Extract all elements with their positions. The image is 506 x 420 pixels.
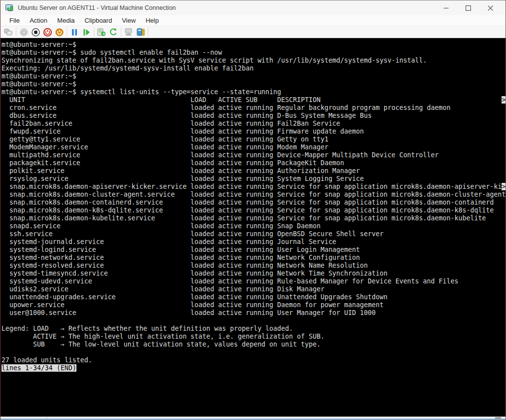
terminal-line: rsyslog.service loaded active running Sy…: [1, 175, 506, 183]
terminal-line: mt@ubuntu-server:~$ systemctl list-units…: [1, 88, 506, 96]
turn-off-icon: [32, 28, 40, 36]
toolbar-separator: [16, 28, 16, 36]
terminal-line: systemd-timesyncd.service loaded active …: [1, 270, 506, 278]
vm-connection-window: Ubuntu Server on AGENT11 - Virtual Machi…: [0, 0, 506, 420]
toolbar-separator: [148, 28, 148, 36]
terminal-line: snap.microk8s.daemon-cluster-agent.servi…: [1, 191, 506, 199]
terminal-line: snap.microk8s.daemon-apiserver-kicker.se…: [1, 183, 506, 191]
terminal-line: [1, 349, 506, 356]
terminal-line: snap.microk8s.daemon-containerd.service …: [1, 199, 506, 207]
remote-computer-button[interactable]: [123, 27, 135, 37]
toolbar-separator: [67, 28, 67, 36]
terminal-line: [1, 317, 506, 325]
terminal-line: upower.service loaded active running Dae…: [1, 301, 506, 309]
terminal-line: fwupd.service loaded active running Firm…: [1, 128, 506, 136]
menu-item-action[interactable]: Action: [25, 16, 52, 25]
enhanced-session-icon: [137, 28, 145, 36]
terminal-screen[interactable]: mt@ubuntu-server:~$mt@ubuntu-server:~$ s…: [0, 38, 506, 417]
start-icon: [20, 28, 28, 36]
terminal-line: packagekit.service loaded active running…: [1, 159, 506, 167]
menubar: FileActionMediaClipboardViewHelp: [0, 15, 506, 26]
terminal-line: systemd-logind.service loaded active run…: [1, 246, 506, 254]
terminal-line: systemd-resolved.service loaded active r…: [1, 262, 506, 270]
terminal-line: UNIT LOAD ACTIVE SUB DESCRIPTION >: [1, 96, 506, 104]
turn-off-button[interactable]: [30, 27, 41, 37]
ctrl-alt-del-button[interactable]: [2, 27, 14, 37]
terminal-line: 27 loaded units listed.: [1, 356, 506, 364]
save-icon: [55, 28, 64, 36]
minimize-button[interactable]: [435, 0, 457, 15]
terminal-line: ACTIVE → The high-level unit activation …: [1, 333, 506, 341]
window-title: Ubuntu Server on AGENT11 - Virtual Machi…: [18, 4, 176, 11]
start-button[interactable]: [18, 27, 30, 37]
terminal-line: cron.service loaded active running Regul…: [1, 104, 506, 112]
titlebar: Ubuntu Server on AGENT11 - Virtual Machi…: [0, 0, 506, 15]
shutdown-icon: [43, 28, 52, 36]
shutdown-button[interactable]: [41, 27, 53, 37]
terminal-line: ModemManager.service loaded active runni…: [1, 143, 506, 151]
terminal-line: systemd-udevd.service loaded active runn…: [1, 278, 506, 285]
menu-item-view[interactable]: View: [117, 16, 141, 25]
revert-button[interactable]: [108, 27, 119, 37]
terminal-line: mt@ubuntu-server:~$: [1, 72, 506, 80]
reset-button[interactable]: [80, 27, 92, 37]
menu-item-file[interactable]: File: [4, 16, 25, 25]
vm-connection-icon: [5, 4, 14, 12]
terminal-line: mt@ubuntu-server:~$: [1, 80, 506, 88]
terminal-line: polkit.service loaded active running Aut…: [1, 167, 506, 175]
terminal-line: snap.microk8s.daemon-kubelite.service lo…: [1, 214, 506, 222]
terminal-line: fail2ban.service loaded active running F…: [1, 120, 506, 128]
terminal-line: mt@ubuntu-server:~$: [1, 41, 506, 49]
terminal-line: ssh.service loaded active running OpenBS…: [1, 230, 506, 238]
reset-icon: [83, 29, 90, 36]
menu-item-media[interactable]: Media: [52, 16, 79, 25]
maximize-button[interactable]: [457, 0, 479, 15]
terminal-line: systemd-journald.service loaded active r…: [1, 238, 506, 246]
maximize-icon: [466, 5, 471, 11]
bottom-edge-accent: [0, 419, 506, 420]
revert-icon: [109, 28, 117, 36]
terminal-line: snap.microk8s.daemon-k8s-dqlite.service …: [1, 207, 506, 214]
enhanced-session-button[interactable]: [135, 27, 146, 37]
terminal-line: Executing: /usr/lib/systemd/systemd-sysv…: [1, 65, 506, 72]
save-button[interactable]: [53, 27, 65, 37]
pause-icon: [71, 29, 78, 36]
close-button[interactable]: [479, 0, 502, 15]
terminal-line: Legend: LOAD → Reflects whether the unit…: [1, 325, 506, 333]
minimize-icon: [443, 5, 449, 11]
toolbar: [0, 26, 506, 38]
terminal-line: systemd-networkd.service loaded active r…: [1, 254, 506, 262]
terminal-line: Synchronizing state of fail2ban.service …: [1, 57, 506, 65]
terminal-line: unattended-upgrades.service loaded activ…: [1, 293, 506, 301]
statusbar-separator: [46, 417, 47, 419]
menu-item-clipboard[interactable]: Clipboard: [80, 16, 117, 25]
ctrl-alt-del-icon: [4, 29, 13, 35]
resize-grip-icon[interactable]: [495, 417, 501, 419]
terminal-line: snapd.service loaded active running Snap…: [1, 222, 506, 230]
terminal-line: multipathd.service loaded active running…: [1, 151, 506, 159]
pause-button[interactable]: [69, 27, 80, 37]
checkpoint-button[interactable]: [96, 27, 108, 37]
pager-status: lines 1-34/34 (END): [1, 364, 506, 372]
menu-item-help[interactable]: Help: [141, 16, 164, 25]
statusbar: [0, 417, 506, 419]
terminal-line: SUB → The low-level unit activation stat…: [1, 341, 506, 349]
terminal-line: user@1000.service loaded active running …: [1, 309, 506, 317]
terminal-line: udisks2.service loaded active running Di…: [1, 285, 506, 293]
toolbar-separator: [121, 28, 121, 36]
toolbar-separator: [94, 28, 94, 36]
terminal-line: dbus.service loaded active running D-Bus…: [1, 112, 506, 120]
terminal-line: mt@ubuntu-server:~$ sudo systemctl enabl…: [1, 49, 506, 57]
close-icon: [488, 5, 493, 11]
checkpoint-icon: [97, 28, 106, 36]
terminal-line: getty@tty1.service loaded active running…: [1, 136, 506, 143]
remote-computer-icon: [124, 28, 133, 36]
